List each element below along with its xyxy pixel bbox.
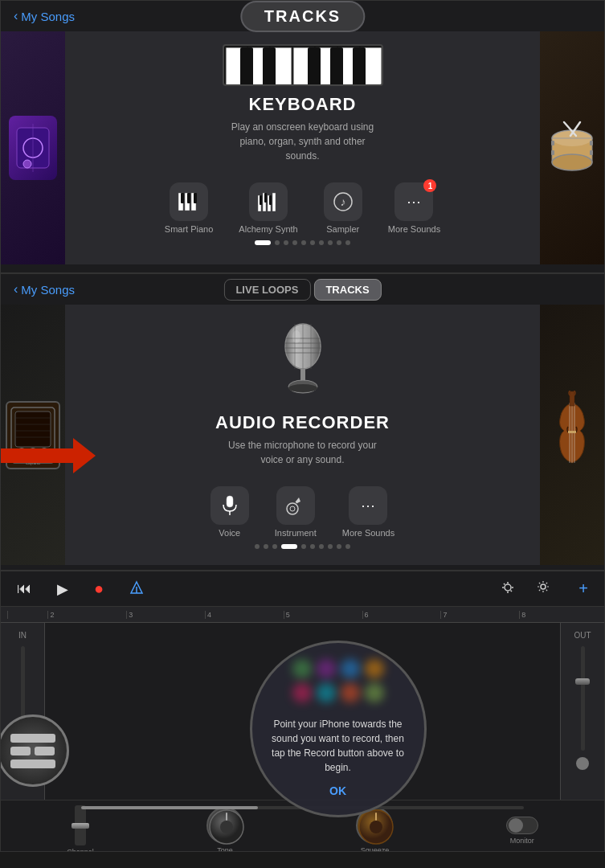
- add-track-button[interactable]: +: [572, 576, 595, 601]
- tone-knob[interactable]: [206, 807, 243, 844]
- svg-rect-63: [227, 496, 233, 507]
- svg-rect-26: [260, 195, 262, 205]
- dot2-1: [264, 544, 268, 549]
- svg-rect-14: [330, 47, 343, 86]
- channel-fader-handle[interactable]: [72, 823, 89, 829]
- ruler-mark-5: 5: [284, 611, 362, 619]
- panel2-header: ‹ My Songs LIVE LOOPS TRACKS: [1, 274, 604, 305]
- left-thumb-image: [9, 116, 57, 180]
- main-track-area: Point your iPhone towards the sound you …: [45, 623, 560, 800]
- tracks-title-badge: TRACKS: [240, 1, 365, 32]
- recording-overlay: Point your iPhone towards the sound you …: [250, 641, 427, 817]
- record-button[interactable]: ●: [88, 576, 110, 601]
- right-thumb-2[interactable]: [540, 305, 604, 565]
- channel-label: Channel: [67, 848, 94, 852]
- svg-point-33: [552, 154, 592, 170]
- tone-ctrl: Tone: [206, 807, 243, 852]
- left-thumb-2[interactable]: Layland: [1, 305, 65, 565]
- play-button[interactable]: ▶: [51, 577, 75, 601]
- panel1-header-center: TRACKS: [240, 1, 365, 32]
- monitor-toggle[interactable]: [506, 817, 538, 834]
- settings-button[interactable]: [530, 577, 556, 600]
- voice-icon: [211, 486, 249, 525]
- sampler-btn[interactable]: ♪ Sampler: [324, 182, 362, 234]
- more-sounds-label-1: More Sounds: [388, 224, 440, 234]
- output-knob-small[interactable]: [576, 757, 589, 770]
- dot-5: [310, 240, 315, 245]
- ruler-mark-2: 2: [47, 611, 126, 619]
- monitor-ctrl: Monitor: [506, 817, 538, 845]
- metronome-button[interactable]: [123, 577, 150, 601]
- ruler-mark-4: 4: [205, 611, 284, 619]
- ruler-mark-3: 3: [126, 611, 205, 619]
- more-sounds-icon-2: ···: [349, 486, 387, 525]
- dot2-9: [345, 544, 350, 549]
- panel1-bottom-icons: Smart Piano Alchemy: [165, 176, 440, 234]
- dot-2: [284, 240, 288, 245]
- dot2-4: [301, 544, 306, 549]
- instrument-desc-1: Play an onscreen keyboard using piano, o…: [223, 120, 383, 163]
- svg-rect-21: [194, 193, 197, 203]
- svg-rect-15: [353, 47, 366, 86]
- drum-image: [546, 116, 599, 180]
- grid-bar-3: [10, 760, 55, 768]
- settings-gear-icon: [537, 580, 550, 593]
- brightness-button[interactable]: [495, 577, 521, 600]
- toggle-handle: [509, 818, 523, 833]
- cdot-orange: [365, 659, 384, 678]
- more-sounds-badge: 1: [423, 179, 436, 192]
- right-thumb-1[interactable]: [540, 31, 604, 264]
- arrow-head: [73, 438, 96, 473]
- grid-bar-1: [10, 734, 55, 743]
- microphone-image: [271, 314, 335, 406]
- cdot-purple: [317, 659, 336, 678]
- output-fader-handle[interactable]: [575, 678, 590, 685]
- tab-live-loops[interactable]: LIVE LOOPS: [223, 279, 310, 301]
- svg-rect-28: [269, 195, 272, 205]
- more-sounds-label-2: More Sounds: [342, 528, 394, 538]
- tracks-grid-icon[interactable]: [0, 714, 69, 787]
- violin-svg: [552, 391, 592, 479]
- cdot-blue: [341, 659, 360, 678]
- color-dots-bg: [282, 659, 394, 702]
- panel-audio-recorder: ‹ My Songs LIVE LOOPS TRACKS: [0, 273, 605, 571]
- track-work-area: IN: [1, 623, 604, 800]
- svg-point-65: [287, 503, 298, 514]
- cdot-lightgreen: [365, 683, 384, 702]
- svg-rect-35: [551, 141, 554, 145]
- svg-point-85: [220, 821, 233, 833]
- svg-point-61: [288, 384, 317, 392]
- transport-bar: ⏮ ▶ ●: [1, 571, 604, 607]
- alchemy-synth-btn[interactable]: Alchemy Synth: [239, 182, 297, 234]
- smart-piano-btn[interactable]: Smart Piano: [165, 182, 214, 234]
- instrument-btn[interactable]: Instrument: [275, 486, 317, 538]
- dot-active-1: [255, 240, 271, 245]
- rewind-button[interactable]: ⏮: [10, 577, 38, 600]
- dot-7: [328, 240, 333, 245]
- voice-btn[interactable]: Voice: [211, 486, 249, 538]
- output-fader[interactable]: [581, 646, 585, 751]
- svg-point-76: [505, 584, 511, 591]
- grid-row-2: [10, 747, 55, 755]
- voice-label: Voice: [219, 528, 240, 538]
- red-arrow: [0, 438, 96, 473]
- svg-line-82: [511, 591, 513, 592]
- dot-3: [292, 240, 297, 245]
- more-sounds-btn-2[interactable]: ··· More Sounds: [342, 486, 394, 538]
- back-button-1[interactable]: ‹ My Songs: [14, 9, 75, 23]
- left-thumb-1[interactable]: [1, 31, 65, 264]
- chevron-left-icon-2: ‹: [14, 282, 18, 297]
- sampler-icon: ♪: [324, 182, 362, 221]
- svg-rect-36: [590, 141, 593, 145]
- mic-svg: [271, 314, 335, 403]
- instrument-title-1: KEYBOARD: [249, 94, 357, 115]
- ok-button[interactable]: OK: [329, 784, 346, 797]
- dot2-active: [281, 544, 297, 549]
- ruler-mark-8: 8: [519, 611, 598, 619]
- svg-point-62: [292, 330, 300, 343]
- more-sounds-btn-1[interactable]: ··· 1 More Sounds: [388, 182, 440, 234]
- channel-fader[interactable]: [75, 805, 86, 845]
- dot-1: [275, 240, 280, 245]
- back-button-2[interactable]: ‹ My Songs: [14, 282, 75, 297]
- tab-tracks[interactable]: TRACKS: [313, 279, 381, 301]
